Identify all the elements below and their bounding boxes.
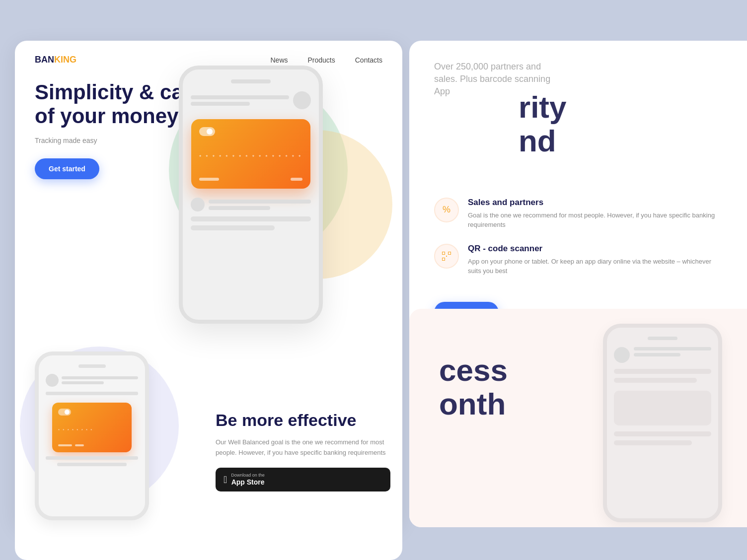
bp-line-2	[62, 381, 104, 384]
bp-avatar	[46, 374, 59, 387]
bottom-left-phone-area: * * * * * * * *	[15, 342, 204, 560]
phone-list-lines-1	[209, 200, 311, 210]
top-bar-left	[0, 0, 268, 35]
rb-lines	[634, 347, 711, 363]
card-dash-2	[291, 178, 302, 181]
bottom-card-dashes	[58, 444, 126, 446]
right-bottom-phone	[603, 324, 722, 522]
bottom-phone-mockup: * * * * * * * *	[35, 351, 149, 520]
sales-icon: %	[434, 198, 459, 222]
bp-lines	[62, 376, 138, 384]
store-text: Download on the App Store	[231, 473, 265, 487]
hero-cta-button[interactable]: Get started	[35, 158, 99, 179]
bp-notch	[78, 364, 106, 368]
qr-icon	[434, 244, 459, 269]
svg-rect-3	[445, 252, 445, 255]
phone-block-1	[191, 216, 311, 221]
apple-icon: 	[224, 475, 227, 485]
nav-contacts[interactable]: Contacts	[355, 56, 382, 64]
appstore-button[interactable]:  Download on the App Store	[216, 468, 390, 491]
be-effective-title: Be more effective	[216, 410, 390, 430]
bp-block-1	[46, 392, 138, 395]
navigation: BAN KING News Products Contacts	[15, 41, 402, 79]
rb-card-area	[614, 391, 711, 425]
phone-block-2	[191, 225, 275, 230]
right-bottom-section: cess onth	[409, 309, 747, 527]
phone-row-1	[191, 91, 311, 109]
qr-title: QR - code scanner	[468, 244, 722, 254]
phone-header-lines	[191, 95, 289, 106]
partial-text-bottom: cess onth	[439, 353, 508, 421]
bottom-card-number: * * * * * * * *	[58, 428, 126, 432]
feature-sales: % Sales and partners Goal is the one we …	[434, 198, 722, 230]
nav-news[interactable]: News	[270, 56, 288, 64]
rb-block-3	[614, 431, 711, 436]
sales-title: Sales and partners	[468, 198, 722, 208]
rb-line-2	[634, 353, 680, 356]
logo-ban: BAN	[35, 55, 54, 65]
bottom-left-area: * * * * * * * * Be more effective Our We…	[15, 342, 402, 560]
bp-block-2	[46, 456, 138, 460]
bottom-card-dash-1	[58, 444, 72, 446]
logo[interactable]: BAN KING	[35, 55, 76, 65]
rb-block-2	[614, 378, 697, 383]
rb-avatar	[614, 347, 630, 363]
rb-block-4	[614, 440, 692, 445]
card-toggle	[199, 127, 302, 136]
right-panel: Over 250,000 partners and sales. Plus ba…	[409, 41, 747, 527]
hero-title: Simplicity & care of your money	[35, 80, 204, 129]
nav-links: News Products Contacts	[270, 56, 382, 65]
svg-rect-7	[448, 254, 451, 255]
feature-sales-content: Sales and partners Goal is the one we re…	[468, 198, 722, 230]
phone-content-row-1	[191, 198, 311, 211]
bottom-card-mini: * * * * * * * *	[52, 403, 132, 452]
bp-row	[46, 374, 138, 387]
features-section: % Sales and partners Goal is the one we …	[434, 198, 722, 323]
phone-list-line-1	[209, 200, 311, 204]
partial-text-security: rity nd	[519, 90, 566, 158]
be-effective-desc: Our Well Balanced goal is the one we rec…	[216, 437, 390, 458]
phone-notch	[231, 79, 271, 83]
rb-phone-row	[614, 347, 711, 363]
percent-icon: %	[443, 205, 450, 215]
card-footer	[199, 178, 302, 181]
rb-block-1	[614, 369, 711, 374]
logo-king: KING	[54, 55, 76, 65]
phone-content-rows	[191, 198, 311, 234]
bottom-card-dash-2	[75, 444, 84, 446]
feature-qr-content: QR - code scanner App on your phone or t…	[468, 244, 722, 276]
sales-desc: Goal is the one we recommend for most pe…	[468, 210, 722, 230]
toggle-icon	[199, 127, 215, 136]
phone-list-line-2	[209, 206, 270, 210]
be-effective-section: Be more effective Our Well Balanced goal…	[204, 342, 402, 560]
download-on-text: Download on the	[231, 473, 265, 478]
svg-rect-2	[442, 252, 443, 255]
phone-line-2	[191, 102, 250, 106]
feature-qr: QR - code scanner App on your phone or t…	[434, 244, 722, 276]
store-name-text: App Store	[231, 478, 265, 487]
phone-avatar	[293, 91, 311, 109]
qr-desc: App on your phone or tablet. Or keep an …	[468, 257, 722, 276]
nav-products[interactable]: Products	[308, 56, 335, 64]
rb-phone-notch	[648, 337, 677, 340]
qr-scan-icon	[441, 251, 452, 262]
svg-rect-10	[442, 258, 443, 261]
rb-line-1	[634, 347, 711, 350]
phone-mockup-hero: * * * * * * * * * * * * * * * *	[179, 66, 323, 324]
credit-card: * * * * * * * * * * * * * * * *	[191, 119, 310, 189]
bottom-card-toggle	[58, 409, 71, 416]
phone-list-avatar-1	[191, 198, 205, 211]
card-number: * * * * * * * * * * * * * * * *	[199, 154, 302, 160]
phone-line-1	[191, 95, 289, 99]
card-dash-1	[199, 178, 219, 181]
bp-block-3	[57, 463, 127, 466]
svg-rect-11	[445, 258, 445, 261]
bp-line-1	[62, 376, 138, 379]
